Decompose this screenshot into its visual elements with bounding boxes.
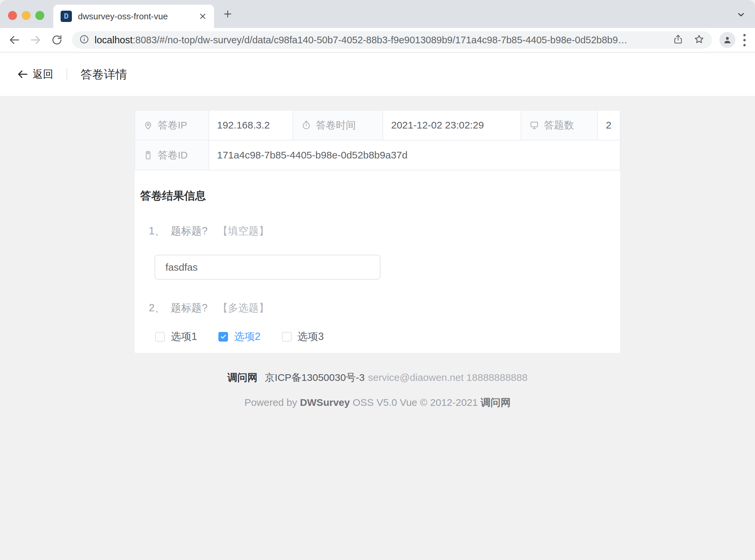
tab-strip: D dwsurvey-oss-front-vue [0, 0, 755, 28]
tab-favicon-icon: D [61, 11, 72, 22]
checkbox-group: 选项1 选项2 选项3 [155, 329, 620, 344]
footer-line-2: Powered by DWSurvey OSS V5.0 Vue © 2012-… [0, 396, 755, 409]
bookmark-star-icon[interactable] [693, 34, 705, 46]
chevron-down-icon[interactable] [736, 9, 746, 20]
new-tab-button[interactable] [222, 8, 234, 20]
question-2-type: 【多选题】 [218, 301, 269, 315]
browser-toolbar: localhost:8083/#/no-top/dw-survey/d/data… [0, 28, 755, 53]
browser-tab[interactable]: D dwsurvey-oss-front-vue [53, 5, 214, 28]
ip-label-cell: 答卷IP [135, 110, 209, 140]
question-2-text: 题标题? [171, 301, 207, 315]
footer-brand: 调问网 [227, 372, 257, 383]
checkbox-unchecked-icon[interactable] [282, 332, 292, 342]
checkbox-unchecked-icon[interactable] [155, 332, 165, 342]
url-host: localhost [95, 35, 132, 45]
tab-close-icon[interactable] [198, 11, 208, 22]
minimize-window-button[interactable] [22, 11, 30, 20]
reload-icon[interactable] [50, 34, 63, 46]
header-divider [66, 68, 67, 80]
browser-menu-icon[interactable] [743, 34, 746, 46]
count-value-cell: 2 [597, 110, 620, 140]
back-button[interactable]: 返回 [17, 67, 53, 81]
checkbox-option-3[interactable]: 选项3 [282, 329, 324, 344]
powered-middle: OSS V5.0 Vue © 2012-2021 [350, 397, 481, 408]
back-arrow-icon [17, 68, 28, 80]
url-text[interactable]: localhost:8083/#/no-top/dw-survey/d/data… [95, 35, 666, 46]
share-icon[interactable] [673, 34, 683, 46]
timer-icon [301, 120, 311, 130]
question-1-title: 1、 题标题? 【填空题】 [149, 224, 620, 238]
id-label-cell: 答卷ID [135, 140, 209, 170]
url-path: :8083/#/no-top/dw-survey/d/data/c98fa140… [132, 35, 628, 45]
page-title: 答卷详情 [81, 66, 127, 82]
forward-nav-icon[interactable] [29, 34, 42, 46]
checkbox-option-2[interactable]: 选项2 [218, 329, 260, 344]
question-2-number: 2、 [149, 301, 165, 315]
back-label: 返回 [33, 67, 53, 81]
tab-title: dwsurvey-oss-front-vue [78, 11, 168, 22]
count-label-cell: 答题数 [521, 110, 597, 140]
powered-brand: DWSurvey [300, 397, 350, 408]
site-info-icon[interactable] [79, 34, 89, 46]
footer-icp[interactable]: 京ICP备13050030号-3 [265, 372, 365, 383]
checkbox-checked-icon[interactable] [218, 332, 228, 342]
ip-value-cell: 192.168.3.2 [209, 110, 293, 140]
table-row: 答卷ID 171a4c98-7b85-4405-b98e-0d52b8b9a37… [135, 140, 620, 170]
browser-window: D dwsurvey-oss-front-vue localhost:8 [0, 0, 755, 560]
back-nav-icon[interactable] [8, 34, 21, 46]
time-value-cell: 2021-12-02 23:02:29 [383, 110, 521, 140]
powered-prefix: Powered by [244, 397, 300, 408]
time-label-cell: 答卷时间 [293, 110, 383, 140]
page-header: 返回 答卷详情 [0, 53, 755, 96]
main-content: 答卷IP 192.168.3.2 答卷时间 2021-12-02 23:02:2… [0, 96, 755, 409]
fill-blank-answer-input[interactable] [155, 255, 381, 280]
answer-result-card: 答卷结果信息 1、 题标题? 【填空题】 2、 题标题? 【多选题】 选项1 [135, 171, 620, 353]
profile-avatar[interactable] [719, 32, 735, 48]
answer-meta-table: 答卷IP 192.168.3.2 答卷时间 2021-12-02 23:02:2… [135, 110, 620, 171]
question-1-type: 【填空题】 [218, 224, 269, 238]
location-icon [143, 120, 153, 130]
id-value-cell: 171a4c98-7b85-4405-b98e-0d52b8b9a37d [209, 140, 620, 170]
traffic-lights [8, 11, 44, 20]
table-row: 答卷IP 192.168.3.2 答卷时间 2021-12-02 23:02:2… [135, 110, 620, 140]
footer-contact: service@diaowen.net 18888888888 [368, 372, 528, 383]
results-heading: 答卷结果信息 [140, 188, 620, 203]
monitor-icon [529, 120, 539, 130]
powered-suffix: 调问网 [481, 397, 511, 408]
question-1-number: 1、 [149, 224, 165, 238]
footer-line-1: 调问网京ICP备13050030号-3service@diaowen.net 1… [0, 371, 755, 384]
close-window-button[interactable] [8, 11, 17, 20]
address-bar[interactable]: localhost:8083/#/no-top/dw-survey/d/data… [72, 31, 712, 48]
question-1-text: 题标题? [171, 224, 207, 238]
tag-icon [143, 150, 153, 160]
zoom-window-button[interactable] [35, 11, 44, 20]
checkbox-option-1[interactable]: 选项1 [155, 329, 197, 344]
question-2-title: 2、 题标题? 【多选题】 [149, 301, 620, 315]
